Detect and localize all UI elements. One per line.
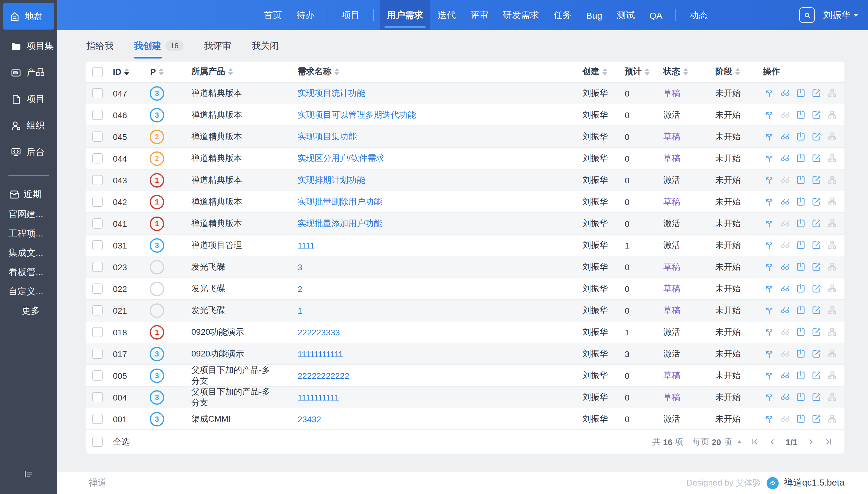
subdivide-icon[interactable] <box>826 261 838 273</box>
split-requirement-icon[interactable] <box>763 196 775 208</box>
column-header-creator[interactable]: 创建 <box>576 66 619 77</box>
row-checkbox[interactable] <box>92 327 103 337</box>
split-requirement-icon[interactable] <box>763 304 775 316</box>
edit-icon[interactable] <box>810 304 822 316</box>
row-checkbox[interactable] <box>92 262 103 272</box>
column-header-stage[interactable]: 阶段 <box>709 66 758 77</box>
subdivide-icon[interactable] <box>826 131 838 142</box>
submit-icon[interactable] <box>794 369 807 381</box>
requirement-link[interactable]: 实现项目集功能 <box>298 131 357 142</box>
row-checkbox[interactable] <box>92 88 103 98</box>
sidebar-recent-item[interactable]: 官网建... <box>0 205 57 224</box>
submit-icon[interactable] <box>794 131 807 142</box>
submit-icon[interactable] <box>794 348 807 360</box>
review-icon[interactable] <box>779 326 791 338</box>
sidebar-recent-item[interactable]: 工程项... <box>0 224 57 243</box>
edit-icon[interactable] <box>810 348 822 360</box>
split-requirement-icon[interactable] <box>763 87 775 99</box>
subdivide-icon[interactable] <box>826 196 838 208</box>
requirement-link[interactable]: 实现项目可以管理多期迭代功能 <box>298 110 416 120</box>
requirement-link[interactable]: 2 <box>298 284 302 293</box>
tab-created-by-me[interactable]: 我创建 16 <box>134 30 184 61</box>
edit-icon[interactable] <box>810 413 822 425</box>
sidebar-item-recent[interactable]: 近期 <box>0 184 57 205</box>
column-header-product[interactable]: 所属产品 <box>171 66 278 77</box>
nav-item-bug[interactable]: Bug <box>579 0 609 30</box>
row-checkbox[interactable] <box>92 110 103 120</box>
split-requirement-icon[interactable] <box>763 391 775 403</box>
sidebar-item-workspace[interactable]: 地盘 <box>3 3 54 30</box>
next-page-button[interactable] <box>807 438 815 446</box>
edit-icon[interactable] <box>810 239 822 251</box>
edit-icon[interactable] <box>810 87 822 99</box>
split-requirement-icon[interactable] <box>763 283 775 294</box>
edit-icon[interactable] <box>810 369 822 381</box>
sidebar-collapse-icon[interactable] <box>23 469 34 479</box>
edit-icon[interactable] <box>810 326 822 338</box>
row-checkbox[interactable] <box>92 284 103 294</box>
nav-item-review[interactable]: 评审 <box>463 0 496 30</box>
review-icon[interactable] <box>779 87 791 99</box>
tab-assigned-to-me[interactable]: 指给我 <box>86 30 113 61</box>
sidebar-recent-item[interactable]: 集成文... <box>0 243 57 262</box>
subdivide-icon[interactable] <box>826 391 838 403</box>
submit-icon[interactable] <box>794 239 807 251</box>
submit-icon[interactable] <box>794 152 807 164</box>
sidebar-item-program[interactable]: 项目集 <box>0 33 57 59</box>
requirement-link[interactable]: 22222222222 <box>298 370 349 380</box>
split-requirement-icon[interactable] <box>763 109 775 121</box>
review-icon[interactable] <box>779 131 791 142</box>
requirement-link[interactable]: 实现批量删除用户功能 <box>298 196 382 207</box>
row-checkbox[interactable] <box>92 392 103 402</box>
row-checkbox[interactable] <box>92 305 103 316</box>
split-requirement-icon[interactable] <box>763 174 775 186</box>
split-requirement-icon[interactable] <box>763 413 775 425</box>
column-header-estimate[interactable]: 预计 <box>619 66 657 77</box>
edit-icon[interactable] <box>810 391 822 403</box>
nav-item-user-requirement[interactable]: 用户需求 <box>380 0 430 30</box>
split-requirement-icon[interactable] <box>763 152 775 164</box>
review-icon[interactable] <box>779 152 791 164</box>
row-checkbox[interactable] <box>92 132 103 142</box>
nav-item-project[interactable]: 项目 <box>334 0 367 30</box>
row-checkbox[interactable] <box>92 218 103 229</box>
row-checkbox[interactable] <box>92 197 103 207</box>
review-icon[interactable] <box>779 109 791 121</box>
review-icon[interactable] <box>779 304 791 316</box>
subdivide-icon[interactable] <box>826 152 838 164</box>
sidebar-item-project[interactable]: 项目 <box>0 86 57 112</box>
nav-item-qa[interactable]: QA <box>642 0 669 30</box>
first-page-button[interactable] <box>751 438 759 446</box>
split-requirement-icon[interactable] <box>763 348 775 360</box>
row-checkbox[interactable] <box>92 175 103 185</box>
review-icon[interactable] <box>779 217 791 229</box>
submit-icon[interactable] <box>794 304 807 316</box>
submit-icon[interactable] <box>794 261 807 273</box>
select-all-checkbox[interactable] <box>92 437 103 447</box>
split-requirement-icon[interactable] <box>763 239 775 251</box>
edit-icon[interactable] <box>810 261 822 273</box>
sidebar-recent-item[interactable]: 看板管... <box>0 262 57 282</box>
edit-icon[interactable] <box>810 283 822 294</box>
subdivide-icon[interactable] <box>826 239 838 251</box>
subdivide-icon[interactable] <box>826 109 838 121</box>
subdivide-icon[interactable] <box>826 283 838 294</box>
split-requirement-icon[interactable] <box>763 131 775 142</box>
review-icon[interactable] <box>779 174 791 186</box>
submit-icon[interactable] <box>794 109 807 121</box>
submit-icon[interactable] <box>794 326 807 338</box>
requirement-link[interactable]: 实现批量添加用户功能 <box>298 218 382 229</box>
review-icon[interactable] <box>779 261 791 273</box>
row-checkbox[interactable] <box>92 240 103 250</box>
nav-item-dev-requirement[interactable]: 研发需求 <box>496 0 546 30</box>
tab-closed-by-me[interactable]: 我关闭 <box>252 30 279 61</box>
tab-reviewed-by-me[interactable]: 我评审 <box>204 30 231 61</box>
row-checkbox[interactable] <box>92 349 103 359</box>
sidebar-item-product[interactable]: 产品 <box>0 59 57 86</box>
sidebar-item-organization[interactable]: 组织 <box>0 112 57 139</box>
requirement-link[interactable]: 11111111111 <box>298 349 343 359</box>
subdivide-icon[interactable] <box>826 174 838 186</box>
edit-icon[interactable] <box>810 152 822 164</box>
requirement-link[interactable]: 23432 <box>298 414 321 424</box>
submit-icon[interactable] <box>794 87 807 99</box>
